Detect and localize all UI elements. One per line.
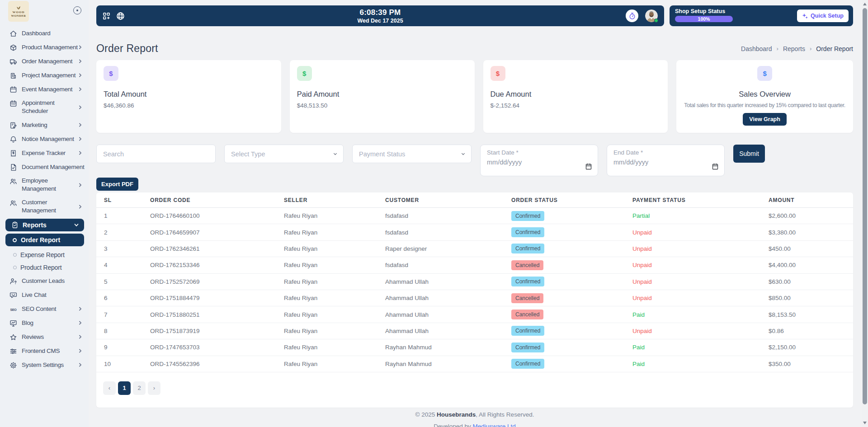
event-icon: [9, 85, 17, 94]
start-date-value: mm/dd/yyyy: [487, 159, 591, 166]
page-scrollbar[interactable]: [862, 0, 868, 427]
breadcrumb-reports[interactable]: Reports: [783, 45, 805, 52]
sidebar-item-employee-management[interactable]: Employee Management: [0, 174, 89, 196]
cell-sl: 3: [96, 245, 142, 252]
order-status-badge: Confirmed: [511, 211, 544, 221]
globe-icon[interactable]: [116, 12, 125, 20]
table-row: 4ORD-1762153346Rafeu RiyanfsdafasdCancel…: [96, 257, 853, 273]
main-content: 6:08:39 PM Wed Dec 17 2025 Shop Setup St…: [89, 0, 868, 427]
cell-sl: 1: [96, 212, 142, 219]
cell-customer: Ahammad Ullah: [377, 311, 504, 318]
document-icon: [9, 163, 17, 171]
chevron-down-icon: [461, 151, 466, 156]
sidebar-item-reviews[interactable]: Reviews: [0, 330, 89, 344]
cell-sl: 2: [96, 229, 142, 236]
payment-status-dropdown[interactable]: Payment Status: [352, 145, 472, 163]
payment-status-placeholder: Payment Status: [359, 150, 405, 158]
sidebar-item-dashboard[interactable]: Dashboard: [0, 26, 89, 40]
scrollbar-thumb[interactable]: [863, 8, 867, 404]
sidebar-item-customer-management[interactable]: Customer Management: [0, 196, 89, 217]
cell-amount: $450.00: [761, 245, 853, 252]
column-header-amount: AMOUNT: [761, 197, 853, 203]
submit-button[interactable]: Submit: [733, 145, 765, 163]
pagination-prev[interactable]: ‹: [103, 381, 116, 395]
cell-seller: Rafeu Riyan: [276, 245, 377, 252]
stat-title: Paid Amount: [297, 90, 467, 99]
sidebar-item-blog[interactable]: Blog: [0, 316, 89, 330]
cell-seller: Rafeu Riyan: [276, 344, 377, 351]
pagination-next[interactable]: ›: [148, 381, 160, 395]
expense-icon: [9, 149, 17, 157]
table-row: 7ORD-1751880251Rafeu RiyanAhammad UllahC…: [96, 306, 853, 323]
sidebar-item-live-chat[interactable]: Live Chat: [0, 288, 89, 302]
select-type-dropdown[interactable]: Select Type: [224, 145, 344, 163]
stat-cards-row: $ Total Amount $46,360.86 $ Paid Amount …: [96, 60, 853, 133]
pagination: ‹12›: [103, 381, 853, 395]
sidebar-item-appointment-scheduler[interactable]: Appointment Scheduler: [0, 96, 89, 118]
start-date-label: Start Date *: [487, 149, 591, 156]
calendar-icon: [712, 163, 718, 170]
developer-link[interactable]: Mediusware Ltd: [473, 423, 516, 427]
start-date-input[interactable]: Start Date * mm/dd/yyyy: [480, 145, 598, 176]
chat-icon: [9, 291, 17, 299]
breadcrumb-dashboard[interactable]: Dashboard: [741, 45, 772, 52]
topbar: 6:08:39 PM Wed Dec 17 2025: [96, 5, 664, 26]
sidebar-item-seo-content[interactable]: SEOSEO Content: [0, 302, 89, 316]
marketing-icon: [9, 121, 17, 129]
end-date-input[interactable]: End Date * mm/dd/yyyy: [607, 145, 725, 176]
pagination-page-1[interactable]: 1: [118, 381, 131, 395]
bullet-icon: [13, 253, 17, 257]
sidebar-item-marketing[interactable]: Marketing: [0, 118, 89, 132]
cell-order-code: ORD-1762346261: [142, 245, 276, 252]
sidebar-item-system-settings[interactable]: System Settings: [0, 358, 89, 372]
view-graph-button[interactable]: View Graph: [743, 113, 787, 126]
scrollbar-up-arrow[interactable]: [863, 3, 867, 5]
user-avatar[interactable]: [645, 9, 658, 22]
chevron-down-icon: [333, 151, 338, 156]
reviews-icon: [9, 333, 17, 341]
sidebar-item-document-management[interactable]: Document Management: [0, 160, 89, 174]
order-status-badge: Confirmed: [511, 326, 544, 336]
sidebar-item-expense-report[interactable]: Expense Report: [0, 249, 89, 261]
pagination-page-2[interactable]: 2: [133, 381, 146, 395]
cell-seller: Rafeu Riyan: [276, 229, 377, 236]
order-status-badge: Confirmed: [511, 244, 544, 253]
cell-order-code: ORD-1762153346: [142, 262, 276, 268]
quick-setup-label: Quick Setup: [811, 13, 844, 19]
sidebar-collapse-button[interactable]: [73, 6, 81, 14]
project-icon: [9, 71, 17, 80]
sidebar-nav: DashboardProduct ManagementOrder Managem…: [0, 25, 89, 372]
apps-grid-icon[interactable]: [103, 12, 110, 20]
sidebar-item-expense-tracker[interactable]: Expense Tracker: [0, 146, 89, 160]
table-row: 3ORD-1762346261Rafeu RiyanRaper designer…: [96, 241, 853, 257]
cell-sl: 7: [96, 311, 142, 318]
online-status-dot: [654, 19, 658, 23]
sidebar-item-order-management[interactable]: Order Management: [0, 54, 89, 68]
cell-customer: Rayhan Mahmud: [377, 361, 504, 367]
scrollbar-down-arrow[interactable]: [863, 422, 867, 424]
cell-order-code: ORD-1745562396: [142, 361, 276, 367]
sidebar-item-product-report[interactable]: Product Report: [0, 261, 89, 274]
sidebar-item-order-report[interactable]: Order Report: [5, 234, 84, 246]
sidebar-item-product-management[interactable]: Product Management: [0, 40, 89, 54]
sidebar-item-reports[interactable]: Reports: [5, 219, 84, 231]
cell-order-status: Confirmed: [504, 343, 625, 352]
chevron-right-icon: [78, 321, 82, 325]
search-input[interactable]: [96, 145, 216, 163]
cell-seller: Rafeu Riyan: [276, 328, 377, 334]
dollar-icon: $: [757, 66, 772, 81]
timer-button[interactable]: [626, 9, 638, 22]
chevron-right-icon: [78, 123, 82, 127]
cell-sl: 4: [96, 262, 142, 268]
sidebar-item-notice-management[interactable]: Notice Management: [0, 132, 89, 146]
quick-setup-button[interactable]: Quick Setup: [797, 9, 849, 22]
sidebar-item-event-management[interactable]: Event Management: [0, 82, 89, 96]
sales-overview-card: $ Sales Overview Total sales for this qu…: [676, 60, 853, 133]
cell-seller: Rafeu Riyan: [276, 311, 377, 318]
cell-order-status: Cancelled: [504, 293, 625, 303]
sidebar-item-frontend-cms[interactable]: Frontend CMS: [0, 344, 89, 358]
sidebar-item-customer-leads[interactable]: Customer Leads: [0, 274, 89, 288]
export-pdf-button[interactable]: Export PDF: [96, 178, 138, 191]
brand-logo[interactable]: WOOD WONDER: [8, 1, 29, 22]
sidebar-item-project-management[interactable]: Project Management: [0, 68, 89, 82]
